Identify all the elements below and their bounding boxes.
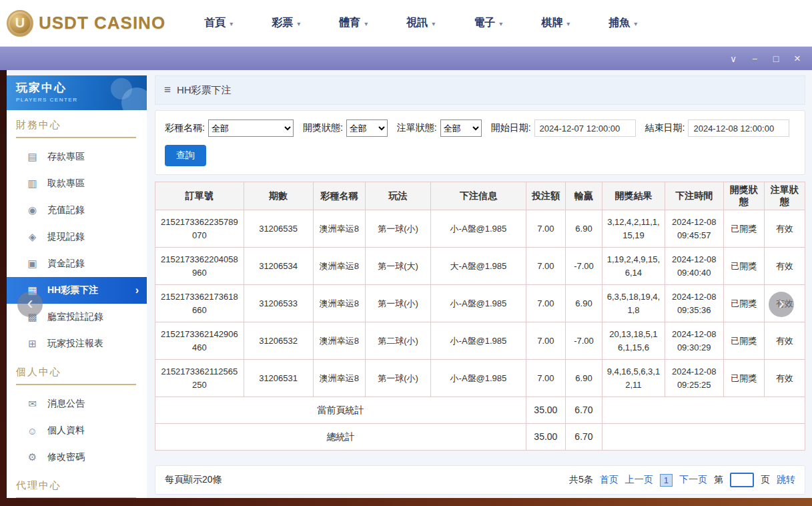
sidebar-item-withdraw[interactable]: ▥ 取款專區 xyxy=(7,170,147,197)
cell-draw-result: 3,12,4,2,11,1,15,19 xyxy=(602,210,665,248)
sidebar-item-change-password[interactable]: ⚙ 修改密碼 xyxy=(7,444,147,471)
draw-status-select[interactable]: 全部 xyxy=(346,119,388,137)
section-title-personal: 個人中心 xyxy=(7,357,147,385)
section-title-finance: 財務中心 xyxy=(7,110,147,138)
sidebar-item-label: 資金記錄 xyxy=(47,258,85,270)
page-summary-win: 6.70 xyxy=(565,397,602,424)
nav-item-label: 捕魚 xyxy=(608,16,630,30)
sidebar-item-deposit[interactable]: ▤ 存款專區 xyxy=(7,144,147,170)
cell-bet-info: 小-A盤@1.985 xyxy=(431,322,526,360)
withdraw-icon: ▥ xyxy=(27,178,38,190)
cell-order-status: 有效 xyxy=(764,248,805,285)
filter-panel: 彩種名稱: 全部 開獎狀態: 全部 注單狀態: 全部 開始日期: 結束日期: 查… xyxy=(155,110,805,175)
prev-page-link[interactable]: 上一页 xyxy=(625,474,653,486)
nav-item-label: 體育 xyxy=(339,16,360,30)
carousel-right-arrow[interactable]: › xyxy=(769,292,794,317)
cell-draw-result: 1,19,2,4,9,15,6,14 xyxy=(602,248,665,285)
carousel-left-arrow[interactable]: ‹ xyxy=(17,292,43,317)
col-order-no: 訂單號 xyxy=(155,182,244,210)
cell-draw-status: 已開獎 xyxy=(723,360,764,397)
search-button[interactable]: 查詢 xyxy=(165,145,206,166)
page-jump-input[interactable] xyxy=(730,473,754,487)
cell-bet-amount: 7.00 xyxy=(526,285,565,322)
cell-period: 31206532 xyxy=(244,322,313,360)
cell-order-no: 2152173362112565250 xyxy=(155,360,244,397)
main-content: ≡ HH彩票下注 彩種名稱: 全部 開獎狀態: 全部 注單狀態: 全部 開始日期… xyxy=(155,75,805,495)
coin-logo-icon: U xyxy=(7,10,33,37)
page-summary-empty xyxy=(602,397,805,424)
sidebar-item-label: 存款專區 xyxy=(47,151,85,163)
deposit-icon: ▤ xyxy=(27,151,38,163)
total-summary-label: 總統計 xyxy=(155,424,526,451)
withdrawal-record-icon: ◈ xyxy=(27,231,38,243)
sidebar-item-recharge-record[interactable]: ◉ 充值記錄 xyxy=(7,197,147,224)
sidebar-item-profile[interactable]: ☺ 個人資料 xyxy=(7,417,147,444)
sidebar-item-funds-record[interactable]: ▣ 資金記錄 xyxy=(7,250,147,277)
sidebar-item-label: HH彩票下注 xyxy=(47,284,98,296)
window-collapse-button[interactable]: ∨ xyxy=(728,53,739,64)
chevron-down-icon: ▾ xyxy=(230,19,233,27)
cell-bet-info: 小-A盤@1.985 xyxy=(431,210,526,248)
lottery-name-label: 彩種名稱: xyxy=(165,122,205,134)
jump-button[interactable]: 跳转 xyxy=(777,474,795,486)
nav-item-sports[interactable]: 體育 ▾ xyxy=(339,16,368,30)
cell-win-loss: 6.90 xyxy=(565,360,602,397)
table-row: 2152173362173618660 31206533 澳洲幸运8 第一球(小… xyxy=(155,285,805,322)
gear-icon: ⚙ xyxy=(27,451,38,463)
lottery-name-select[interactable]: 全部 xyxy=(208,119,294,137)
nav-item-fishing[interactable]: 捕魚 ▾ xyxy=(608,16,637,30)
nav-item-chess[interactable]: 棋牌 ▾ xyxy=(541,16,570,30)
total-count-label: 共5条 xyxy=(569,474,593,486)
nav-item-video[interactable]: 視訊 ▾ xyxy=(406,16,435,30)
cell-bet-time: 2024-12-08 09:35:36 xyxy=(665,285,723,322)
sidebar-item-announcements[interactable]: ✉ 消息公告 xyxy=(7,391,147,417)
table-header-row: 訂單號 期數 彩種名稱 玩法 下注信息 投注額 輸贏 開獎結果 下注時間 開獎狀… xyxy=(155,182,805,210)
cell-win-loss: -7.00 xyxy=(565,322,602,360)
table-row: 2152173362112565250 31206531 澳洲幸运8 第一球(小… xyxy=(155,360,805,397)
order-status-select[interactable]: 全部 xyxy=(440,119,482,137)
person-icon: ☺ xyxy=(27,425,38,437)
nav-item-home[interactable]: 首頁 ▾ xyxy=(204,16,233,30)
nav-item-label: 視訊 xyxy=(406,16,428,30)
sidebar-item-label: 充值記錄 xyxy=(47,204,85,216)
end-date-label: 結束日期: xyxy=(645,122,685,134)
cell-bet-time: 2024-12-08 09:30:29 xyxy=(665,322,723,360)
window-maximize-button[interactable]: □ xyxy=(771,53,781,64)
chevron-down-icon: ▾ xyxy=(634,19,637,27)
logo[interactable]: U USDT CASINO xyxy=(7,10,165,37)
nav-item-egames[interactable]: 電子 ▾ xyxy=(474,16,502,30)
sidebar-header: 玩家中心 PLAYERS CENTER xyxy=(7,75,147,110)
first-page-link[interactable]: 首页 xyxy=(600,474,619,486)
filter-actions: 查詢 xyxy=(165,145,795,166)
cell-bet-time: 2024-12-08 09:45:57 xyxy=(665,210,723,248)
cell-bet-amount: 7.00 xyxy=(526,248,565,285)
col-win-loss: 輸贏 xyxy=(565,182,602,210)
col-bet-info: 下注信息 xyxy=(431,182,526,210)
sidebar-item-player-report[interactable]: ⊞ 玩家投注報表 xyxy=(7,330,147,357)
hamburger-icon[interactable]: ≡ xyxy=(164,83,171,97)
finance-menu: ▤ 存款專區 ▥ 取款專區 ◉ 充值記錄 ◈ 提現記錄 ▣ 資金記錄 ▦ HH彩… xyxy=(7,138,147,357)
cell-draw-status: 已開獎 xyxy=(723,285,764,322)
cell-period: 31206531 xyxy=(244,360,313,397)
col-draw-status: 開獎狀態 xyxy=(723,182,764,210)
cell-bet-info: 小-A盤@1.985 xyxy=(431,360,526,397)
start-date-input[interactable] xyxy=(534,119,636,137)
window-minimize-button[interactable]: − xyxy=(749,53,760,64)
sidebar-item-withdrawal-record[interactable]: ◈ 提現記錄 xyxy=(7,224,147,250)
total-summary-bet: 35.00 xyxy=(526,424,565,451)
pager: 共5条 首页 上一页 1 下一页 第 页 跳转 xyxy=(569,473,795,487)
end-date-input[interactable] xyxy=(688,119,789,137)
sidebar-item-label: 消息公告 xyxy=(47,398,85,410)
current-page-indicator[interactable]: 1 xyxy=(660,474,673,487)
nav-item-lottery[interactable]: 彩票 ▾ xyxy=(272,16,300,30)
cell-play: 第一球(小) xyxy=(366,210,431,248)
cell-order-status: 有效 xyxy=(764,322,805,360)
chevron-down-icon: ▾ xyxy=(499,19,502,27)
table-row: 2152173362235789070 31206535 澳洲幸运8 第一球(小… xyxy=(155,210,805,248)
next-page-link[interactable]: 下一页 xyxy=(679,474,707,486)
col-bet-time: 下注時間 xyxy=(665,182,723,210)
total-summary-win: 6.70 xyxy=(565,424,602,451)
cell-draw-result: 20,13,18,5,16,1,15,6 xyxy=(602,322,665,360)
window-close-button[interactable]: × xyxy=(792,52,803,65)
sidebar-item-label: 提現記錄 xyxy=(47,231,85,243)
